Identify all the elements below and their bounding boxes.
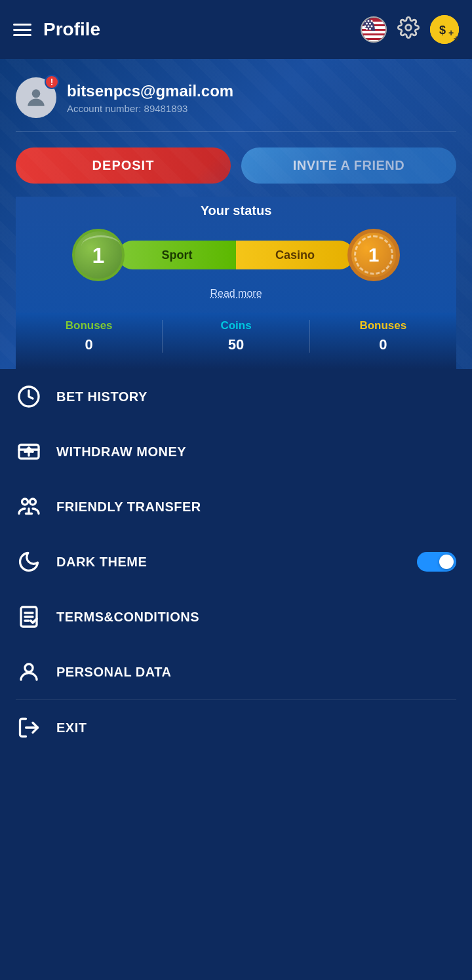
svg-point-8 bbox=[371, 20, 373, 22]
hamburger-menu[interactable] bbox=[13, 24, 31, 36]
svg-point-30 bbox=[25, 664, 33, 672]
stat-coins: Coins 50 bbox=[163, 319, 309, 353]
casino-bonuses-label: Bonuses bbox=[359, 319, 406, 332]
read-more-link[interactable]: Read more bbox=[16, 288, 456, 300]
profile-section: ! bitsenpcs@gmail.com Account number: 89… bbox=[0, 59, 472, 369]
page-title: Profile bbox=[43, 19, 100, 40]
profile-info: ! bitsenpcs@gmail.com Account number: 89… bbox=[16, 77, 456, 118]
svg-rect-4 bbox=[362, 35, 387, 38]
action-buttons: DEPOSIT INVITE A FRIEND bbox=[16, 134, 456, 197]
profile-divider bbox=[16, 131, 456, 132]
stats-row: Bonuses 0 Coins 50 Bonuses 0 bbox=[16, 313, 456, 369]
header-right: $ + bbox=[361, 15, 459, 44]
coins-value: 50 bbox=[228, 336, 244, 353]
svg-rect-3 bbox=[362, 31, 387, 33]
deposit-button[interactable]: DEPOSIT bbox=[16, 147, 231, 184]
svg-point-20 bbox=[32, 89, 41, 98]
svg-point-9 bbox=[366, 23, 368, 25]
menu-item-exit[interactable]: EXIT bbox=[7, 700, 465, 755]
svg-point-16 bbox=[406, 24, 412, 30]
stat-casino-bonuses: Bonuses 0 bbox=[310, 319, 456, 353]
exit-icon bbox=[16, 715, 42, 741]
status-section: Your status 1 Sport Casino 1 Read more B… bbox=[16, 197, 456, 369]
svg-text:$: $ bbox=[439, 24, 446, 37]
dark-theme-label: DARK THEME bbox=[56, 555, 403, 570]
friendly-transfer-label: FRIENDLY TRANSFER bbox=[56, 500, 456, 515]
menu-item-dark-theme[interactable]: DARK THEME bbox=[7, 534, 465, 589]
transfer-icon bbox=[16, 494, 42, 520]
terms-conditions-label: TERMS&CONDITIONS bbox=[56, 610, 456, 625]
dark-theme-toggle[interactable] bbox=[417, 552, 456, 572]
invite-friend-button[interactable]: INVITE A FRIEND bbox=[241, 147, 456, 184]
personal-data-label: PERSONAL DATA bbox=[56, 665, 456, 680]
menu-section: BET HISTORY WITHDRAW MONEY bbox=[0, 369, 472, 755]
clock-icon bbox=[16, 383, 42, 410]
menu-item-friendly-transfer[interactable]: FRIENDLY TRANSFER bbox=[7, 479, 465, 534]
settings-icon[interactable] bbox=[397, 16, 420, 43]
profile-email: bitsenpcs@gmail.com bbox=[67, 82, 233, 100]
svg-point-7 bbox=[368, 20, 370, 22]
svg-point-24 bbox=[22, 499, 28, 505]
sport-bonuses-label: Bonuses bbox=[66, 319, 113, 332]
status-title: Your status bbox=[16, 203, 456, 218]
profile-account: Account number: 89481893 bbox=[67, 103, 233, 114]
stat-sport-bonuses: Bonuses 0 bbox=[16, 319, 162, 353]
toggle-knob bbox=[439, 555, 454, 569]
menu-item-withdraw-money[interactable]: WITHDRAW MONEY bbox=[7, 424, 465, 479]
avatar-wrap: ! bbox=[16, 77, 56, 118]
moon-icon bbox=[16, 549, 42, 575]
deposit-coin-button[interactable]: $ + bbox=[430, 15, 459, 44]
withdraw-icon bbox=[16, 439, 42, 465]
svg-point-10 bbox=[369, 23, 371, 25]
coins-label: Coins bbox=[220, 319, 251, 332]
person-data-icon bbox=[16, 659, 42, 685]
withdraw-money-label: WITHDRAW MONEY bbox=[56, 444, 456, 460]
sport-level-badge: 1 bbox=[72, 229, 125, 281]
menu-item-terms-conditions[interactable]: TERMS&CONDITIONS bbox=[7, 589, 465, 644]
svg-point-6 bbox=[364, 20, 366, 22]
bet-history-label: BET HISTORY bbox=[56, 389, 456, 404]
alert-badge: ! bbox=[45, 75, 59, 89]
status-bar-wrap: 1 Sport Casino 1 bbox=[16, 229, 456, 281]
menu-item-personal-data[interactable]: PERSONAL DATA bbox=[7, 644, 465, 699]
svg-rect-5 bbox=[362, 40, 387, 43]
profile-text: bitsenpcs@gmail.com Account number: 8948… bbox=[67, 82, 233, 114]
svg-point-15 bbox=[369, 28, 371, 30]
sport-bonuses-value: 0 bbox=[85, 336, 93, 353]
menu-item-bet-history[interactable]: BET HISTORY bbox=[7, 369, 465, 424]
header: Profile bbox=[0, 0, 472, 59]
casino-level-badge: 1 bbox=[347, 229, 400, 281]
sport-bar: Sport bbox=[118, 241, 236, 269]
casino-bar: Casino bbox=[236, 241, 354, 269]
casino-bonuses-value: 0 bbox=[379, 336, 387, 353]
status-bar: Sport Casino bbox=[118, 241, 354, 269]
header-left: Profile bbox=[13, 19, 100, 40]
svg-text:+: + bbox=[448, 28, 454, 38]
svg-point-12 bbox=[368, 26, 370, 28]
svg-point-25 bbox=[30, 499, 36, 505]
svg-point-11 bbox=[364, 26, 366, 28]
svg-point-14 bbox=[366, 28, 368, 30]
toggle-switch[interactable] bbox=[417, 552, 456, 572]
svg-point-13 bbox=[371, 26, 373, 28]
exit-label: EXIT bbox=[56, 720, 456, 735]
terms-icon bbox=[16, 604, 42, 630]
language-flag[interactable] bbox=[361, 16, 387, 43]
